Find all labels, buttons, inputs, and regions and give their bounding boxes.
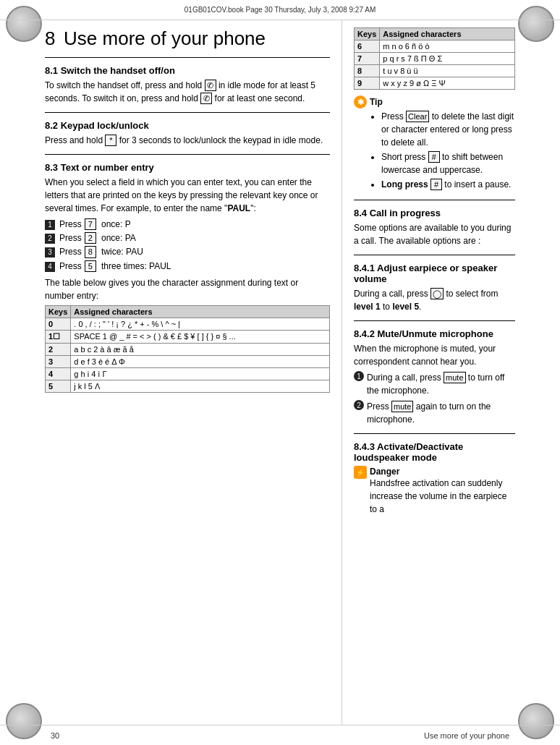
table-row: 2a b c 2 à â æ ã å <box>46 343 330 355</box>
key-call-2: ✆ <box>200 93 212 104</box>
mute-step-1: 1 During a call, press mute to turn off … <box>354 371 515 397</box>
mute-step-1-text: During a call, press mute to turn off th… <box>367 371 515 397</box>
chars-cell: p q r s 7 ß Π Θ Σ <box>380 53 515 65</box>
step-num-1: 1 <box>45 220 55 230</box>
divider-2 <box>45 112 330 113</box>
table-row: 3d e f 3 è é Δ Φ <box>46 355 330 367</box>
key-cell: 8 <box>355 65 380 77</box>
step-circle-1: 1 <box>354 371 364 381</box>
footer-title: Use more of your phone <box>424 731 509 740</box>
danger-text: Handsfree activation can suddenly increa… <box>370 477 515 516</box>
paul-steps: 1 Press 7 once: P 2 Press 2 once: PA 3 P… <box>45 218 330 273</box>
section-82-heading: 8.2 Keypad lock/unlock <box>45 120 330 131</box>
chars-cell: t u v 8 ù ü <box>380 65 515 77</box>
table-row: 6m n o 6 ñ ö ò <box>355 41 515 53</box>
section-841-heading: 8.4.1 Adjust earpiece or speaker volume <box>354 263 515 284</box>
table-row: 9w x y z 9 ø Ω Ξ Ψ <box>355 77 515 90</box>
key-nav: ◯ <box>430 288 444 299</box>
mute-step-2: 2 Press mute again to turn on the microp… <box>354 400 515 426</box>
section-83-text: When you select a field in which you can… <box>45 176 330 215</box>
char-table-1: Keys Assigned characters 0. 0 , / : ; " … <box>45 305 330 393</box>
key-call: ✆ <box>205 80 216 91</box>
section-84-heading: 8.4 Call in progress <box>354 208 515 218</box>
step-num-4: 4 <box>45 262 55 272</box>
chars-cell: m n o 6 ñ ö ò <box>380 41 515 53</box>
chars-cell: w x y z 9 ø Ω Ξ Ψ <box>380 77 515 90</box>
table-row: 4g h i 4 ì Γ <box>46 367 330 380</box>
section-82-text: Press and hold * for 3 seconds to lock/u… <box>45 134 330 147</box>
tip-label: Tip <box>370 97 383 107</box>
key-mute-2: mute <box>391 401 413 412</box>
chapter-title: 8 Use more of your phone <box>45 27 330 50</box>
key-hash-1: # <box>428 151 440 163</box>
divider-4 <box>354 200 515 200</box>
page-number: 30 <box>51 731 59 740</box>
file-info: 01GB01COV.book Page 30 Thursday, July 3,… <box>184 6 376 14</box>
table-row: 1☐SPACE 1 @ _ # = < > ( ) & € £ $ ¥ [ ] … <box>46 330 330 343</box>
key-cell: 2 <box>46 343 71 355</box>
key-clear: Clear <box>406 111 429 122</box>
key-hash-2: # <box>430 179 442 190</box>
section-842-text: When the microphone is muted, your corre… <box>354 342 515 368</box>
key-cell: 0 <box>46 318 71 330</box>
key-cell: 7 <box>355 53 380 65</box>
chars-cell: SPACE 1 @ _ # = < > ( ) & € £ $ ¥ [ ] { … <box>71 330 330 343</box>
col-chars-2: Assigned characters <box>380 28 515 41</box>
chars-cell: a b c 2 à â æ ã å <box>71 343 330 355</box>
tip-content: Tip Press Clear to delete the last digit… <box>370 95 515 192</box>
section-841: 8.4.1 Adjust earpiece or speaker volume … <box>354 263 515 313</box>
chapter-number: 8 <box>45 27 55 49</box>
tip-bullet-3: Long press # to insert a pause. <box>381 178 515 191</box>
table-row: 0. 0 , / : ; " ' ! ¡ ? ¿ * + - % \ ^ ~ | <box>46 318 330 330</box>
chapter-title-text: Use more of your phone <box>64 27 266 49</box>
divider-7 <box>354 433 515 434</box>
divider-6 <box>354 320 515 321</box>
col-keys-2: Keys <box>355 28 380 41</box>
tip-bullets: Press Clear to delete the last digit or … <box>370 110 515 191</box>
step-num-2: 2 <box>45 234 55 244</box>
col-keys-1: Keys <box>46 305 71 318</box>
section-81-text: To switch the handset off, press and hol… <box>45 79 330 105</box>
bottom-bar: 30 Use more of your phone <box>0 725 560 745</box>
chars-cell: j k l 5 Λ <box>71 380 330 392</box>
step-3: 3 Press 8 twice: PAU <box>45 245 330 259</box>
step-num-3: 3 <box>45 247 55 257</box>
tip-bullet-1: Press Clear to delete the last digit or … <box>381 110 515 149</box>
char-table-2: Keys Assigned characters 6m n o 6 ñ ö ò … <box>354 27 515 90</box>
key-cell: 3 <box>46 355 71 367</box>
table-row: 5j k l 5 Λ <box>46 380 330 392</box>
step-2: 2 Press 2 once: PA <box>45 231 330 245</box>
chars-cell: . 0 , / : ; " ' ! ¡ ? ¿ * + - % \ ^ ~ | <box>71 318 330 330</box>
divider-3 <box>45 154 330 155</box>
key-5: 5 <box>85 260 96 272</box>
key-8: 8 <box>85 246 96 257</box>
key-cell: 1☐ <box>46 330 71 343</box>
tip-bullet-2: Short press # to shift between lowercase… <box>381 150 515 176</box>
section-81-heading: 8.1 Switch the handset off/on <box>45 65 330 76</box>
danger-icon: ⚡ <box>354 466 367 479</box>
section-841-text: During a call, press ◯ to select from le… <box>354 287 515 313</box>
section-842: 8.4.2 Mute/Unmute microphone When the mi… <box>354 328 515 426</box>
table-intro: The table below gives you the character … <box>45 276 330 302</box>
step-1: 1 Press 7 once: P <box>45 218 330 231</box>
right-column: Keys Assigned characters 6m n o 6 ñ ö ò … <box>341 20 515 725</box>
danger-box: ⚡ Danger Handsfree activation can sudden… <box>354 466 515 519</box>
key-cell: 6 <box>355 41 380 53</box>
key-cell: 9 <box>355 77 380 90</box>
section-84: 8.4 Call in progress Some options are av… <box>354 208 515 247</box>
key-star: * <box>105 135 116 146</box>
chars-cell: d e f 3 è é Δ Φ <box>71 355 330 367</box>
main-content: 8 Use more of your phone 8.1 Switch the … <box>45 20 515 725</box>
key-2: 2 <box>85 232 96 244</box>
chars-cell: g h i 4 ì Γ <box>71 367 330 380</box>
section-842-heading: 8.4.2 Mute/Unmute microphone <box>354 328 515 339</box>
section-843: 8.4.3 Activate/Deactivate loudspeaker mo… <box>354 441 515 519</box>
danger-label: Danger <box>370 467 399 477</box>
mute-step-2-text: Press mute again to turn on the micropho… <box>367 400 515 426</box>
key-cell: 5 <box>46 380 71 392</box>
key-mute-1: mute <box>444 372 465 383</box>
section-83-heading: 8.3 Text or number entry <box>45 162 330 173</box>
left-column: 8 Use more of your phone 8.1 Switch the … <box>45 20 341 725</box>
table-row: 8t u v 8 ù ü <box>355 65 515 77</box>
section-843-heading: 8.4.3 Activate/Deactivate loudspeaker mo… <box>354 441 515 463</box>
